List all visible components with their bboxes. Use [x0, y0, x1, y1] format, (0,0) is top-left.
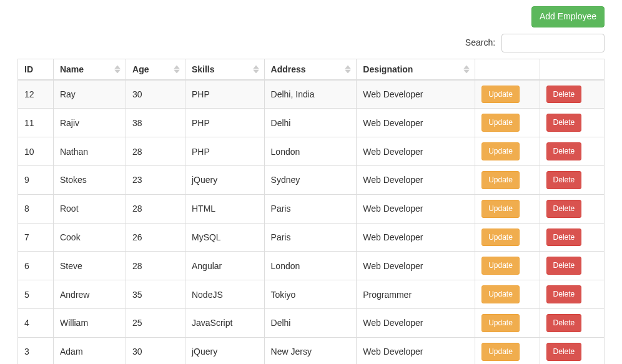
cell-designation: Web Developer	[357, 80, 475, 109]
table-row: 5Andrew35NodeJSTokiyoProgrammerUpdateDel…	[18, 280, 605, 309]
cell-age: 38	[126, 109, 185, 137]
cell-id: 6	[18, 252, 54, 280]
update-button[interactable]: Update	[481, 257, 520, 275]
sort-icon[interactable]	[345, 65, 351, 73]
update-button[interactable]: Update	[481, 200, 520, 218]
cell-delete: Delete	[540, 109, 604, 137]
table-row: 9Stokes23jQuerySydneyWeb DeveloperUpdate…	[18, 165, 605, 194]
cell-address: London	[264, 137, 357, 166]
delete-button[interactable]: Delete	[546, 285, 582, 303]
table-row: 4William25JavaScriptDelhiWeb DeveloperUp…	[18, 308, 605, 337]
delete-button[interactable]: Delete	[546, 114, 582, 132]
cell-designation: Web Developer	[357, 194, 475, 223]
delete-button[interactable]: Delete	[546, 171, 582, 189]
cell-update: Update	[475, 223, 540, 252]
cell-update: Update	[475, 308, 540, 337]
cell-address: Paris	[264, 223, 357, 252]
header-label: ID	[24, 64, 33, 74]
table-row: 11Rajiv38PHPDelhiWeb DeveloperUpdateDele…	[18, 109, 605, 137]
table-body: 12Ray30PHPDelhi, IndiaWeb DeveloperUpdat…	[18, 80, 605, 364]
cell-delete: Delete	[540, 165, 604, 194]
cell-designation: Web Developer	[357, 137, 475, 166]
cell-delete: Delete	[540, 80, 604, 109]
column-header-action	[475, 59, 540, 80]
cell-skills: JavaScript	[185, 308, 264, 337]
delete-button[interactable]: Delete	[546, 314, 582, 332]
add-employee-button[interactable]: Add Employee	[531, 6, 605, 27]
table-row: 7Cook26MySQLParisWeb DeveloperUpdateDele…	[18, 223, 605, 252]
cell-update: Update	[475, 337, 540, 364]
update-button[interactable]: Update	[481, 114, 520, 132]
search-input[interactable]	[501, 34, 605, 52]
cell-delete: Delete	[540, 252, 604, 280]
update-button[interactable]: Update	[481, 229, 520, 247]
cell-delete: Delete	[540, 337, 604, 364]
cell-name: Cook	[53, 223, 126, 252]
cell-address: London	[264, 252, 357, 280]
table-row: 8Root28HTMLParisWeb DeveloperUpdateDelet…	[18, 194, 605, 223]
cell-name: Stokes	[53, 165, 126, 194]
sort-icon[interactable]	[463, 65, 470, 73]
cell-designation: Web Developer	[357, 252, 475, 280]
cell-update: Update	[475, 165, 540, 194]
table-row: 6Steve28AngularLondonWeb DeveloperUpdate…	[18, 252, 605, 280]
delete-button[interactable]: Delete	[546, 257, 582, 275]
cell-delete: Delete	[540, 308, 604, 337]
cell-update: Update	[475, 280, 540, 309]
cell-skills: jQuery	[185, 165, 264, 194]
cell-skills: NodeJS	[185, 280, 264, 309]
cell-address: Tokiyo	[264, 280, 357, 309]
update-button[interactable]: Update	[481, 285, 520, 303]
cell-skills: PHP	[185, 80, 264, 109]
delete-button[interactable]: Delete	[546, 343, 582, 361]
sort-icon[interactable]	[114, 65, 121, 73]
delete-button[interactable]: Delete	[546, 229, 582, 247]
cell-id: 7	[18, 223, 54, 252]
delete-button[interactable]: Delete	[546, 200, 582, 218]
update-button[interactable]: Update	[481, 314, 520, 332]
cell-name: Ray	[53, 80, 126, 109]
cell-update: Update	[475, 80, 540, 109]
cell-id: 4	[18, 308, 54, 337]
cell-name: Andrew	[53, 280, 126, 309]
cell-designation: Web Developer	[357, 165, 475, 194]
cell-update: Update	[475, 252, 540, 280]
cell-name: Adam	[53, 337, 126, 364]
table-row: 10Nathan28PHPLondonWeb DeveloperUpdateDe…	[18, 137, 605, 166]
sort-icon[interactable]	[253, 65, 259, 73]
cell-age: 28	[126, 194, 185, 223]
cell-address: Paris	[264, 194, 357, 223]
table-row: 3Adam30jQueryNew JersyWeb DeveloperUpdat…	[18, 337, 605, 364]
update-button[interactable]: Update	[481, 343, 520, 361]
cell-update: Update	[475, 109, 540, 137]
cell-name: Steve	[53, 252, 126, 280]
cell-name: Rajiv	[53, 109, 126, 137]
column-header-name[interactable]: Name	[53, 59, 126, 80]
update-button[interactable]: Update	[481, 171, 520, 189]
sort-icon[interactable]	[174, 65, 180, 73]
cell-id: 9	[18, 165, 54, 194]
cell-age: 30	[126, 80, 185, 109]
column-header-skills[interactable]: Skills	[185, 59, 264, 80]
cell-designation: Web Developer	[357, 223, 475, 252]
column-header-designation[interactable]: Designation	[357, 59, 475, 80]
cell-id: 3	[18, 337, 54, 364]
cell-age: 23	[126, 165, 185, 194]
top-actions: Add Employee	[17, 6, 605, 27]
column-header-age[interactable]: Age	[126, 59, 185, 80]
delete-button[interactable]: Delete	[546, 86, 582, 104]
cell-skills: jQuery	[185, 337, 264, 364]
cell-name: Nathan	[53, 137, 126, 166]
header-label: Address	[271, 64, 306, 74]
cell-id: 12	[18, 80, 54, 109]
cell-age: 28	[126, 137, 185, 166]
update-button[interactable]: Update	[481, 86, 520, 104]
update-button[interactable]: Update	[481, 142, 520, 160]
cell-age: 26	[126, 223, 185, 252]
cell-delete: Delete	[540, 223, 604, 252]
search-label: Search:	[465, 37, 495, 47]
column-header-address[interactable]: Address	[264, 59, 357, 80]
delete-button[interactable]: Delete	[546, 142, 582, 160]
cell-id: 10	[18, 137, 54, 166]
header-label: Designation	[363, 64, 413, 74]
